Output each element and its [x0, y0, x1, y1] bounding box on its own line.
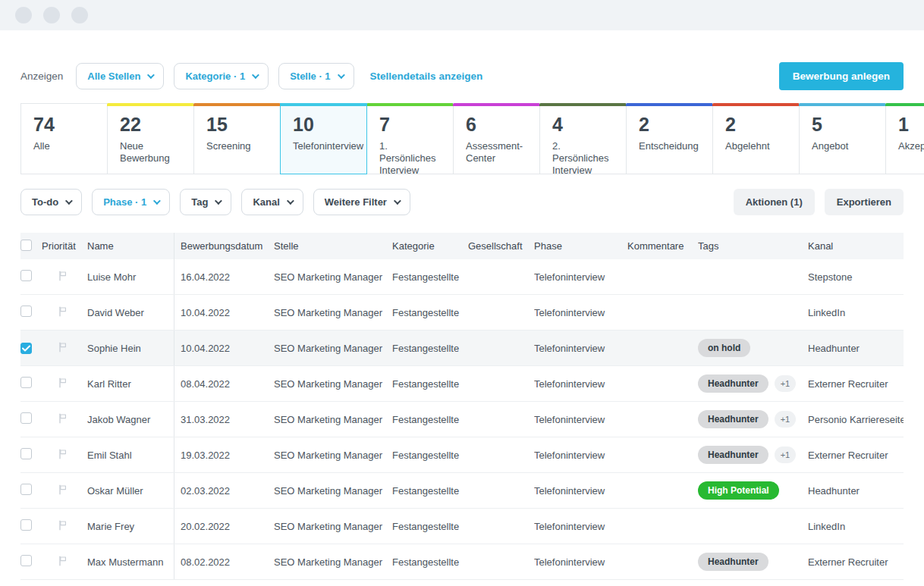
- pipeline-stage-abgelehnt[interactable]: 2Abgelehnt: [712, 103, 800, 174]
- select-all-checkbox[interactable]: [20, 240, 32, 251]
- stage-label: Screening: [206, 140, 272, 152]
- filter-dropdown-phase-1[interactable]: Phase · 1: [92, 189, 170, 215]
- channel: Personio Karriereseite: [808, 414, 904, 425]
- column-header-phase: Phase: [534, 240, 627, 252]
- pipeline-stage-1-pers-nliches-interview[interactable]: 71. Persönliches Interview: [366, 103, 454, 174]
- applicant-name: David Weber: [87, 295, 174, 330]
- stage-label: Assessment-Center: [466, 140, 532, 165]
- filter-dropdown-alle-stellen[interactable]: Alle Stellen: [76, 63, 164, 89]
- row-checkbox[interactable]: [20, 519, 32, 531]
- table-row[interactable]: Luise Mohr16.04.2022SEO Marketing Manage…: [20, 259, 904, 295]
- phase: Telefoninterview: [534, 556, 627, 568]
- phase: Telefoninterview: [534, 414, 627, 425]
- row-checkbox[interactable]: [20, 377, 32, 388]
- row-checkbox[interactable]: [20, 555, 32, 566]
- pipeline-stage-entscheidung[interactable]: 2Entscheidung: [626, 103, 713, 174]
- window-control-dot[interactable]: [15, 7, 32, 24]
- row-checkbox[interactable]: [20, 270, 32, 281]
- row-checkbox[interactable]: [20, 306, 32, 317]
- table-row[interactable]: Karl Ritter08.04.2022SEO Marketing Manag…: [20, 366, 904, 402]
- channel: Headhunter: [808, 343, 904, 354]
- column-header-priorit-t: Priorität: [42, 240, 87, 252]
- row-priority-cell: [42, 519, 87, 534]
- pipeline-stage-assessment-center[interactable]: 6Assessment-Center: [453, 103, 540, 174]
- row-checkbox[interactable]: [20, 412, 32, 424]
- category: Festangestellte: [392, 271, 468, 283]
- pipeline-stage-akzeptiert[interactable]: 1Akzeptiert: [885, 103, 924, 174]
- phase: Telefoninterview: [534, 378, 627, 390]
- filter-dropdown-stelle-1[interactable]: Stelle · 1: [278, 63, 354, 89]
- position: SEO Marketing Manager: [274, 521, 392, 532]
- stellendetails-link[interactable]: Stellendetails anzeigen: [370, 71, 483, 82]
- applicants-table: PrioritätNameBewerbungsdatumStelleKatego…: [20, 233, 904, 580]
- table-row[interactable]: Sophie Hein10.04.2022SEO Marketing Manag…: [20, 331, 904, 366]
- table-row[interactable]: Marie Frey20.02.2022SEO Marketing Manage…: [20, 509, 904, 544]
- stage-count: 5: [812, 114, 878, 136]
- category: Festangestellte: [392, 414, 468, 425]
- table-header-row: PrioritätNameBewerbungsdatumStelleKatego…: [20, 233, 904, 259]
- priority-flag-icon[interactable]: [57, 377, 69, 391]
- pipeline-stage-neue-bewerbung[interactable]: 22Neue Bewerbung: [107, 103, 194, 174]
- table-row[interactable]: Oskar Müller02.03.2022SEO Marketing Mana…: [20, 473, 904, 509]
- filter-dropdown-kategorie-1[interactable]: Kategorie · 1: [174, 63, 269, 89]
- tag-more-badge[interactable]: +1: [775, 411, 797, 428]
- channel: Stepstone: [808, 271, 904, 283]
- tags-cell: Headhunter+1: [698, 374, 808, 393]
- priority-flag-icon[interactable]: [57, 270, 69, 284]
- priority-flag-icon[interactable]: [57, 448, 69, 462]
- stage-count: 15: [206, 114, 272, 136]
- pipeline-stage-alle[interactable]: 74Alle: [20, 103, 108, 174]
- applicant-name: Max Mustermann: [87, 544, 174, 579]
- action-button-exportieren[interactable]: Exportieren: [825, 189, 904, 215]
- tags-cell: on hold: [698, 339, 808, 357]
- stage-count: 2: [725, 114, 791, 136]
- bewerbung-anlegen-button[interactable]: Bewerbung anlegen: [779, 62, 904, 90]
- table-row[interactable]: Jakob Wagner31.03.2022SEO Marketing Mana…: [20, 402, 904, 437]
- window-control-dot[interactable]: [71, 7, 88, 24]
- filter-dropdown-tag[interactable]: Tag: [180, 189, 231, 215]
- row-priority-cell: [42, 484, 87, 498]
- tag-pill[interactable]: on hold: [698, 339, 750, 357]
- pipeline-stage-2-pers-nliches-interview[interactable]: 42. Persönliches Interview: [539, 103, 627, 174]
- tag-pill[interactable]: Headhunter: [698, 410, 768, 428]
- table-row[interactable]: David Weber10.04.2022SEO Marketing Manag…: [20, 295, 904, 331]
- tag-more-badge[interactable]: +1: [775, 447, 797, 463]
- table-row[interactable]: Max Mustermann08.02.2022SEO Marketing Ma…: [20, 544, 904, 580]
- phase: Telefoninterview: [534, 521, 627, 532]
- window-control-dot[interactable]: [43, 7, 60, 24]
- pipeline-stage-angebot[interactable]: 5Angebot: [799, 103, 886, 174]
- position: SEO Marketing Manager: [274, 271, 392, 283]
- chevron-down-icon: [153, 197, 161, 205]
- tag-pill[interactable]: Headhunter: [698, 446, 768, 464]
- phase: Telefoninterview: [534, 450, 627, 461]
- tag-pill[interactable]: Headhunter: [698, 374, 768, 393]
- row-checkbox[interactable]: [20, 448, 32, 459]
- pipeline-stage-screening[interactable]: 15Screening: [193, 103, 281, 174]
- tag-pill[interactable]: Headhunter: [698, 553, 768, 571]
- tag-pill[interactable]: High Potential: [698, 481, 779, 500]
- row-select-cell: [20, 555, 42, 569]
- priority-flag-icon[interactable]: [57, 412, 69, 427]
- row-checkbox[interactable]: [20, 484, 32, 495]
- applicant-name: Jakob Wagner: [87, 402, 174, 437]
- priority-flag-icon[interactable]: [57, 341, 69, 356]
- table-row[interactable]: Emil Stahl19.03.2022SEO Marketing Manage…: [20, 437, 904, 473]
- pipeline-stage-telefoninterview[interactable]: 10Telefoninterview: [280, 103, 367, 174]
- row-checkbox[interactable]: [20, 343, 32, 354]
- applicant-name: Marie Frey: [87, 509, 174, 544]
- priority-flag-icon[interactable]: [57, 484, 69, 498]
- tags-cell: Headhunter+1: [698, 410, 808, 428]
- priority-flag-icon[interactable]: [57, 555, 69, 569]
- filter-dropdown-kanal[interactable]: Kanal: [241, 189, 303, 215]
- chevron-down-icon: [338, 71, 345, 79]
- priority-flag-icon[interactable]: [57, 519, 69, 534]
- position: SEO Marketing Manager: [274, 307, 392, 318]
- position: SEO Marketing Manager: [274, 378, 392, 390]
- filter-dropdown-weitere-filter[interactable]: Weitere Filter: [313, 189, 410, 215]
- stage-count: 2: [639, 114, 705, 136]
- action-button-aktionen-1[interactable]: Aktionen (1): [734, 189, 815, 215]
- priority-flag-icon[interactable]: [57, 306, 69, 320]
- tag-more-badge[interactable]: +1: [775, 375, 797, 392]
- position: SEO Marketing Manager: [274, 485, 392, 497]
- filter-dropdown-to-do[interactable]: To-do: [20, 189, 82, 215]
